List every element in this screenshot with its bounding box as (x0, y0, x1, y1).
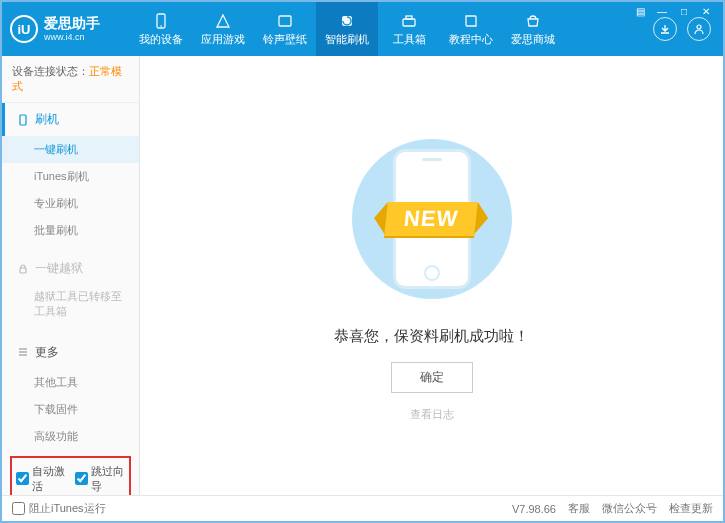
wallpaper-icon (276, 12, 294, 30)
checkbox-block-itunes[interactable]: 阻止iTunes运行 (12, 501, 106, 516)
svg-rect-8 (20, 268, 26, 273)
nav-tutorials[interactable]: 教程中心 (440, 2, 502, 56)
sidebar-head-label: 一键越狱 (35, 260, 83, 277)
store-icon (524, 12, 542, 30)
sidebar-head-label: 刷机 (35, 111, 59, 128)
checkbox-auto-activate[interactable]: 自动激活 (16, 464, 67, 494)
sidebar-item-pro-flash[interactable]: 专业刷机 (2, 190, 139, 217)
checkbox-label: 阻止iTunes运行 (29, 501, 106, 516)
nav-label: 我的设备 (139, 32, 183, 47)
list-icon (17, 346, 29, 358)
success-message: 恭喜您，保资料刷机成功啦！ (334, 327, 529, 346)
ok-button[interactable]: 确定 (391, 362, 473, 393)
nav-label: 应用游戏 (201, 32, 245, 47)
view-log-link[interactable]: 查看日志 (410, 407, 454, 422)
book-icon (462, 12, 480, 30)
sidebar-head-label: 更多 (35, 344, 59, 361)
nav-flash[interactable]: 智能刷机 (316, 2, 378, 56)
main-nav: 我的设备 应用游戏 铃声壁纸 智能刷机 工具箱 (130, 2, 653, 56)
jailbreak-note: 越狱工具已转移至工具箱 (2, 285, 139, 328)
svg-point-1 (160, 25, 162, 27)
nav-my-device[interactable]: 我的设备 (130, 2, 192, 56)
nav-label: 爱思商城 (511, 32, 555, 47)
phone-icon (17, 114, 29, 126)
sidebar-item-oneclick-flash[interactable]: 一键刷机 (2, 136, 139, 163)
new-ribbon: NEW (385, 202, 479, 236)
checkbox-label: 自动激活 (32, 464, 67, 494)
sidebar-more-head[interactable]: 更多 (2, 336, 139, 369)
footer-service[interactable]: 客服 (568, 501, 590, 516)
checkbox-input[interactable] (12, 502, 25, 515)
svg-rect-2 (279, 16, 291, 26)
main-content: NEW 恭喜您，保资料刷机成功啦！ 确定 查看日志 (140, 56, 723, 495)
apps-icon (214, 12, 232, 30)
sidebar-item-download-firmware[interactable]: 下载固件 (2, 396, 139, 423)
menu-icon[interactable]: ▤ (633, 4, 647, 18)
toolbox-icon (400, 12, 418, 30)
footer-update[interactable]: 检查更新 (669, 501, 713, 516)
checkbox-input[interactable] (75, 472, 88, 485)
nav-label: 教程中心 (449, 32, 493, 47)
checkbox-skip-guide[interactable]: 跳过向导 (75, 464, 126, 494)
version-label: V7.98.66 (512, 503, 556, 515)
sidebar-jailbreak-head: 一键越狱 (2, 252, 139, 285)
lock-icon (17, 263, 29, 275)
footer-wechat[interactable]: 微信公众号 (602, 501, 657, 516)
nav-apps[interactable]: 应用游戏 (192, 2, 254, 56)
sidebar: 设备连接状态：正常模式 刷机 一键刷机 iTunes刷机 专业刷机 批量刷机 一… (2, 56, 140, 495)
nav-label: 铃声壁纸 (263, 32, 307, 47)
maximize-icon[interactable]: □ (677, 4, 691, 18)
logo: iU 爱思助手 www.i4.cn (10, 15, 130, 43)
app-title: 爱思助手 (44, 15, 100, 32)
status-label: 设备连接状态： (12, 65, 89, 77)
download-button[interactable] (653, 17, 677, 41)
options-highlight-box: 自动激活 跳过向导 (10, 456, 131, 495)
sidebar-item-itunes-flash[interactable]: iTunes刷机 (2, 163, 139, 190)
sidebar-item-batch-flash[interactable]: 批量刷机 (2, 217, 139, 244)
success-illustration: NEW (332, 129, 532, 309)
phone-icon (152, 12, 170, 30)
sidebar-item-other-tools[interactable]: 其他工具 (2, 369, 139, 396)
nav-store[interactable]: 爱思商城 (502, 2, 564, 56)
close-icon[interactable]: ✕ (699, 4, 713, 18)
checkbox-input[interactable] (16, 472, 29, 485)
nav-label: 工具箱 (393, 32, 426, 47)
svg-rect-5 (406, 16, 412, 19)
checkbox-label: 跳过向导 (91, 464, 126, 494)
nav-label: 智能刷机 (325, 32, 369, 47)
flash-icon (338, 12, 356, 30)
app-subtitle: www.i4.cn (44, 32, 100, 43)
minimize-icon[interactable]: — (655, 4, 669, 18)
account-button[interactable] (687, 17, 711, 41)
header: iU 爱思助手 www.i4.cn 我的设备 应用游戏 铃声壁纸 (2, 2, 723, 56)
nav-toolbox[interactable]: 工具箱 (378, 2, 440, 56)
connection-status: 设备连接状态：正常模式 (2, 56, 139, 103)
svg-point-6 (697, 25, 701, 29)
nav-ringtones[interactable]: 铃声壁纸 (254, 2, 316, 56)
svg-rect-4 (403, 19, 415, 26)
sidebar-item-advanced[interactable]: 高级功能 (2, 423, 139, 450)
footer: 阻止iTunes运行 V7.98.66 客服 微信公众号 检查更新 (2, 495, 723, 521)
svg-rect-7 (20, 115, 26, 125)
sidebar-flash-head[interactable]: 刷机 (2, 103, 139, 136)
logo-icon: iU (10, 15, 38, 43)
